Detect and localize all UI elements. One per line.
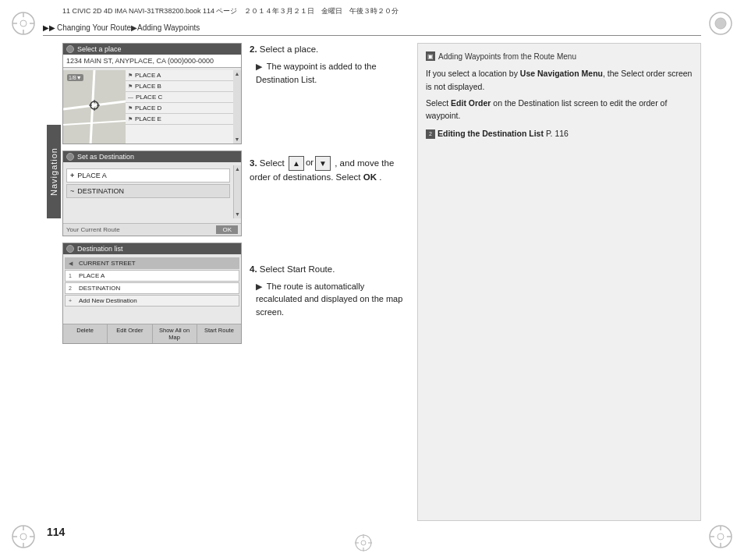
link-icon: 2 bbox=[426, 129, 435, 139]
screen2-dest-label: DESTINATION bbox=[77, 187, 124, 195]
plus-icon: + bbox=[70, 172, 74, 179]
screen2-title: Set as Destination bbox=[77, 153, 134, 161]
place-e-label: PLACE E bbox=[135, 115, 161, 122]
list-item: ⚑ PLACE D bbox=[126, 103, 241, 114]
scroll-up-icon[interactable]: ▲ bbox=[235, 70, 240, 78]
place-d-label: PLACE D bbox=[135, 105, 161, 112]
down-button[interactable]: ▼ bbox=[315, 156, 331, 171]
note-title: ▣ Adding Waypoints from the Route Menu bbox=[426, 51, 693, 61]
note-link-page: P. 116 bbox=[546, 127, 569, 140]
scroll-down2-icon[interactable]: ▼ bbox=[235, 211, 240, 218]
instruction-step2: 2. Select a place. ▶ The waypoint is add… bbox=[250, 43, 406, 86]
list-item: ⚑ PLACE E bbox=[126, 114, 241, 125]
add-icon: + bbox=[69, 298, 76, 303]
current-num-icon: ◀ bbox=[69, 261, 76, 267]
step3-pre: Select bbox=[260, 158, 287, 168]
nav-label: Navigation bbox=[49, 147, 58, 196]
up-button[interactable]: ▲ bbox=[289, 156, 304, 171]
screen2-scrollbar[interactable]: ▲ ▼ bbox=[233, 165, 241, 218]
screen3-current-street: ◀ CURRENT STREET bbox=[65, 257, 239, 269]
screen1-mockup: Select a place 1234 MAIN ST, ANYPLACE, C… bbox=[62, 43, 242, 144]
screen3-start-route-button[interactable]: Start Route bbox=[197, 324, 241, 343]
screen1-icon bbox=[66, 45, 74, 53]
note-box: ▣ Adding Waypoints from the Route Menu I… bbox=[417, 43, 701, 521]
screen3-add-new: + Add New Destination bbox=[65, 295, 239, 307]
left-column: Select a place 1234 MAIN ST, ANYPLACE, C… bbox=[62, 43, 242, 350]
svg-point-15 bbox=[717, 533, 724, 540]
note-body: If you select a location by Use Navigati… bbox=[426, 67, 693, 140]
step3-number: 3. bbox=[250, 158, 257, 168]
screen2-titlebar: Set as Destination bbox=[63, 151, 241, 162]
note-link-bold: Editing the Destination List bbox=[438, 127, 544, 140]
screen1-title: Select a place bbox=[77, 45, 122, 53]
step3-text: 3. Select ▲ or ▼ , and move the order of… bbox=[250, 156, 406, 184]
note-link: 2 Editing the Destination List P. 116 bbox=[426, 127, 693, 140]
print-info: 11 CIVIC 2D 4D IMA NAVI-31TR38200.book 1… bbox=[62, 6, 682, 16]
breadcrumb-arrows: ▶▶ bbox=[43, 23, 55, 32]
screen2-list: + PLACE A ~ DESTINATION bbox=[63, 162, 233, 203]
screen3-mockup: Destination list ◀ CURRENT STREET 1 PLAC… bbox=[62, 243, 242, 344]
screen3-bottom-bar[interactable]: Delete Edit Order Show All on Map Start … bbox=[63, 324, 241, 343]
list-item: ⚑ PLACE A bbox=[126, 70, 241, 81]
step4-sub: ▶ The route is automatically recalculate… bbox=[250, 280, 406, 319]
corner-decoration-tl bbox=[8, 8, 39, 39]
screen3-edit-order-button[interactable]: Edit Order bbox=[108, 324, 152, 343]
svg-point-7 bbox=[715, 18, 726, 29]
select-buttons: ▲ or ▼ bbox=[289, 156, 331, 171]
screen3-delete-button[interactable]: Delete bbox=[63, 324, 108, 343]
arrow2-icon: ▶ bbox=[256, 60, 262, 73]
crosshair-bottom-center bbox=[351, 530, 376, 555]
instruction-step4: 4. Select Select Start Route.Start Route… bbox=[250, 263, 406, 319]
corner-decoration-br bbox=[705, 521, 736, 552]
corner-decoration-bl bbox=[8, 521, 39, 552]
note-body3-pre: Select bbox=[426, 98, 451, 108]
middle-column: 2. Select a place. ▶ The waypoint is add… bbox=[250, 43, 406, 332]
map-indicator: 1/8▼ bbox=[67, 74, 83, 81]
screen2-place-a: + PLACE A bbox=[66, 168, 230, 183]
screen1-address: 1234 MAIN ST, ANYPLACE, CA (000)000-0000 bbox=[63, 55, 241, 68]
corner-decoration-tr bbox=[705, 8, 736, 39]
right-column: ▣ Adding Waypoints from the Route Menu I… bbox=[417, 43, 701, 521]
screen1-titlebar: Select a place bbox=[63, 44, 241, 55]
list-item: — PLACE C bbox=[126, 92, 241, 103]
list-item: ⚑ PLACE B bbox=[126, 81, 241, 92]
step2-number: 2. bbox=[250, 44, 257, 54]
screen1-map: 1/8▼ bbox=[63, 70, 126, 144]
screen1-scrollbar[interactable]: ▲ ▼ bbox=[233, 70, 241, 144]
scroll-down-icon[interactable]: ▼ bbox=[235, 136, 240, 144]
place-c-label: PLACE C bbox=[136, 94, 162, 101]
num2-label: 2 bbox=[69, 285, 76, 291]
screen3-placea-label: PLACE A bbox=[79, 272, 105, 279]
main-content: Select a place 1234 MAIN ST, ANYPLACE, C… bbox=[62, 43, 701, 521]
svg-point-1 bbox=[20, 20, 27, 27]
note-body1-pre: If you select a location by bbox=[426, 69, 520, 78]
svg-point-21 bbox=[361, 541, 366, 545]
screen2-icon bbox=[66, 153, 74, 161]
step3-period: . bbox=[379, 172, 381, 182]
scroll-up2-icon[interactable]: ▲ bbox=[235, 165, 240, 173]
screen3-destination: 2 DESTINATION bbox=[65, 282, 239, 294]
place-a-label: PLACE A bbox=[135, 72, 161, 79]
step4-text: 4. Select Select Start Route.Start Route… bbox=[250, 263, 406, 276]
note-body1-bold: Use Navigation Menu bbox=[520, 69, 603, 78]
screen2-ok-button[interactable]: OK bbox=[216, 225, 238, 234]
screen3-icon bbox=[66, 245, 74, 253]
or-text: or bbox=[306, 156, 314, 171]
place-b-label: PLACE B bbox=[135, 83, 161, 90]
screen3-show-all-button[interactable]: Show All on Map bbox=[153, 324, 197, 343]
step2-sub: ▶ The waypoint is added to the Destinati… bbox=[250, 60, 406, 86]
step3-ok-bold: OK bbox=[363, 172, 377, 182]
screen1-list: ⚑ PLACE A ⚑ PLACE B — PLACE C ⚑ PLACE D … bbox=[126, 70, 241, 144]
note-body3-bold: Edit Order bbox=[451, 98, 491, 108]
num1-label: 1 bbox=[69, 273, 76, 278]
screen2-current-route: Your Current Route bbox=[66, 226, 120, 233]
screen2-destination: ~ DESTINATION bbox=[66, 184, 230, 198]
screen3-add-label: Add New Destination bbox=[79, 297, 137, 304]
screen3-list: ◀ CURRENT STREET 1 PLACE A 2 DESTINATION… bbox=[63, 254, 241, 323]
navigation-sidebar: Navigation bbox=[47, 125, 61, 218]
svg-point-9 bbox=[20, 533, 27, 540]
step4-main: Select Select Start Route.Start Route. bbox=[260, 264, 335, 274]
page-number: 114 bbox=[47, 526, 65, 538]
header-breadcrumb: ▶▶ Changing Your Route▶Adding Waypoints bbox=[43, 22, 701, 36]
instruction-step3: 3. Select ▲ or ▼ , and move the order of… bbox=[250, 156, 406, 184]
